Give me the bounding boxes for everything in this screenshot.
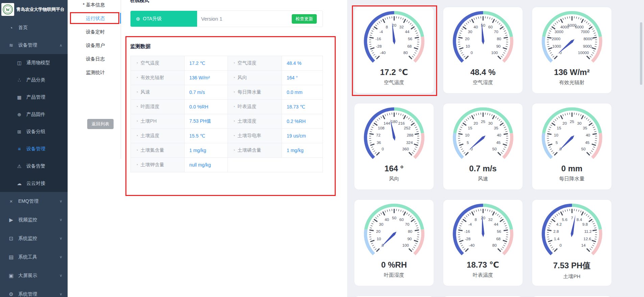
- list-icon: ≡: [16, 146, 23, 152]
- wind-direction-gauge-chart: 03672108144180216252288324360: [358, 106, 430, 159]
- tab-monitor-stats[interactable]: 监测统计: [68, 66, 121, 79]
- metric-value-cell: 1 mg/kg: [185, 143, 228, 158]
- gauge-tick-label: 50: [581, 147, 586, 151]
- check-update-button[interactable]: 检查更新: [292, 14, 317, 24]
- tab-basic-info[interactable]: * 基本信息: [68, 0, 121, 11]
- tab-running-status[interactable]: 运行状态: [68, 11, 121, 25]
- gauge-tick-label: 2000: [551, 36, 560, 41]
- sidebar-item-label: 设备分组: [26, 129, 45, 135]
- gauge-card-daily-rainfall: 051015202530354045500 mm每日降水量: [532, 103, 612, 190]
- sidebar-item-label: 设备管理: [26, 146, 45, 152]
- gauge-tick-label: 9.8: [582, 222, 588, 226]
- cloud-icon: ☁: [16, 181, 23, 186]
- metric-label: 土壤氮含量: [141, 147, 164, 153]
- ota-upgrade-button[interactable]: ⊕ OTA升级: [130, 11, 197, 27]
- sidebar-item-home[interactable]: ◔首页: [0, 19, 68, 36]
- gauge-tick-label: 40: [384, 217, 389, 222]
- tab-device-users[interactable]: 设备用户: [68, 39, 121, 52]
- vertical-scrollbar[interactable]: [640, 22, 642, 85]
- metric-label-cell: ◔风向: [228, 71, 282, 85]
- gauge-tick-label: 30: [577, 121, 581, 125]
- sidebar-item-product-category[interactable]: ∴产品分类: [0, 71, 68, 89]
- gauge-tick-label: 32: [399, 25, 404, 29]
- gauge-icon: ◔: [136, 60, 138, 66]
- gauge-tick-label: 68: [407, 44, 411, 48]
- gauge-tick-label: 10: [554, 133, 558, 137]
- gauge-tick-label: 20: [465, 36, 469, 41]
- leaf-temperature-gauge-chart: -40-28-16-48203244566880: [447, 202, 519, 255]
- tab-device-logs[interactable]: 设备日志: [68, 52, 121, 66]
- svg-text:W: W: [6, 7, 10, 12]
- gauge-tick-label: 20: [562, 121, 567, 125]
- sidebar-item-system-monitor[interactable]: ⊡系统监控∨: [0, 229, 68, 248]
- sidebar-item-system-admin[interactable]: ⚙系统管理∨: [0, 285, 68, 297]
- gauge-tick-label: 3000: [554, 29, 563, 34]
- gauge-label: 空气温度: [354, 79, 434, 86]
- gauge-tick-label: 90: [496, 44, 500, 48]
- metric-label: 空气湿度: [238, 60, 257, 66]
- sidebar-item-device-manage[interactable]: ≡设备管理: [0, 140, 68, 157]
- gauge-tick-label: 7: [571, 216, 573, 220]
- sidebar-item-device-management[interactable]: ≋设备管理∧: [0, 36, 68, 54]
- chevron-down-icon: ∨: [59, 292, 62, 296]
- ota-upgrade-label: OTA升级: [143, 16, 162, 22]
- gauge-tick-label: 100: [491, 50, 498, 55]
- gauge-tick-label: 252: [404, 126, 410, 130]
- gauge-tick-label: 70: [405, 222, 409, 226]
- sidebar-item-video-monitor[interactable]: ▶视频监控∨: [0, 211, 68, 229]
- gauge-tick-label: 80: [403, 50, 408, 55]
- gauge-value: 136 W/m²: [532, 68, 612, 77]
- sidebar-item-emq-management[interactable]: ×EMQ管理∨: [0, 192, 68, 211]
- ota-box: ⊕ OTA升级 Version 1 检查更新: [130, 10, 323, 27]
- back-to-list-button[interactable]: 返回列表: [87, 119, 114, 129]
- gauge-tick-label: 10: [466, 44, 470, 48]
- gauge-tick-label: 56: [497, 229, 501, 233]
- metric-value: 0.0 mm: [287, 90, 303, 95]
- gauge-card-leaf-humidity: 01020304050607080901000 %RH叶面湿度: [354, 199, 434, 286]
- gauge-tick-label: 5.6: [562, 217, 567, 222]
- gauge-tick-label: 72: [376, 133, 380, 137]
- metric-value-cell: 0.7 m/s: [185, 85, 228, 100]
- detail-tab-list: * 基本信息运行状态设备定时设备用户设备日志监测统计: [68, 0, 121, 79]
- sidebar-item-product-firmware[interactable]: ⊕产品固件: [0, 106, 68, 123]
- metric-value: 0.0 %RH: [189, 104, 208, 109]
- metric-label: 土壤PH: [141, 118, 157, 124]
- sidebar-item-big-screen[interactable]: ▣大屏展示∨: [0, 266, 68, 285]
- metric-label: 空气温度: [141, 60, 160, 66]
- gauge-icon: ◔: [233, 133, 235, 138]
- gauge-tick-label: -4: [379, 29, 383, 34]
- gauge-value: 18.73 ℃: [443, 260, 523, 270]
- sidebar-item-device-alarm[interactable]: ⚠设备告警: [0, 157, 68, 175]
- sidebar-item-cloud-bridge[interactable]: ☁云云对接: [0, 175, 68, 192]
- app-root: W 青岛农业大学物联网平台 ◔首页≋设备管理∧◫通用物模型∴产品分类▦产品管理⊕…: [0, 0, 644, 297]
- gauge-tick-label: 35: [494, 126, 498, 130]
- metric-value-cell: 15.5 ℃: [185, 129, 228, 143]
- sidebar-item-product-management[interactable]: ▦产品管理: [0, 89, 68, 106]
- gauge-tick-label: 25: [570, 119, 574, 124]
- gauge-card-wind-speed: 051015202530354045500.7 m/s风速: [443, 103, 523, 190]
- metric-label: 土壤磷含量: [238, 147, 261, 153]
- gauge-value: 164 °: [354, 164, 434, 173]
- gauge-tick-label: 30: [379, 222, 383, 226]
- tab-device-timer[interactable]: 设备定时: [68, 25, 121, 39]
- sidebar-item-device-group[interactable]: ⊞设备分组: [0, 123, 68, 140]
- gauge-label: 叶面湿度: [354, 272, 434, 278]
- gauge-icon: ◔: [233, 148, 235, 153]
- toolbox-icon: ▤: [7, 254, 15, 260]
- cube-icon: ◫: [16, 60, 23, 66]
- gauge-tick-label: 60: [488, 25, 493, 29]
- metric-label-cell: ◔土壤PH: [131, 114, 185, 129]
- gauge-card-partial: [443, 296, 523, 297]
- sidebar-item-system-tools[interactable]: ▤系统工具∨: [0, 248, 68, 266]
- gauge-tick-label: -28: [376, 44, 382, 48]
- metric-value-cell: null mg/kg: [185, 158, 228, 172]
- gauge-tick-label: 15: [468, 126, 472, 130]
- sidebar-item-thing-model[interactable]: ◫通用物模型: [0, 54, 68, 71]
- gauge-tick-label: 0: [559, 243, 562, 247]
- air-humidity-gauge-chart: 0102030405060708090100: [447, 10, 519, 63]
- gauge-label: 空气湿度: [443, 79, 523, 86]
- metric-value-cell: 0.0 %RH: [185, 100, 228, 114]
- gauge-tick-label: 30: [468, 29, 472, 34]
- sidebar-item-label: 系统监控: [18, 236, 37, 242]
- metric-label-cell: ◔土壤湿度: [228, 114, 282, 129]
